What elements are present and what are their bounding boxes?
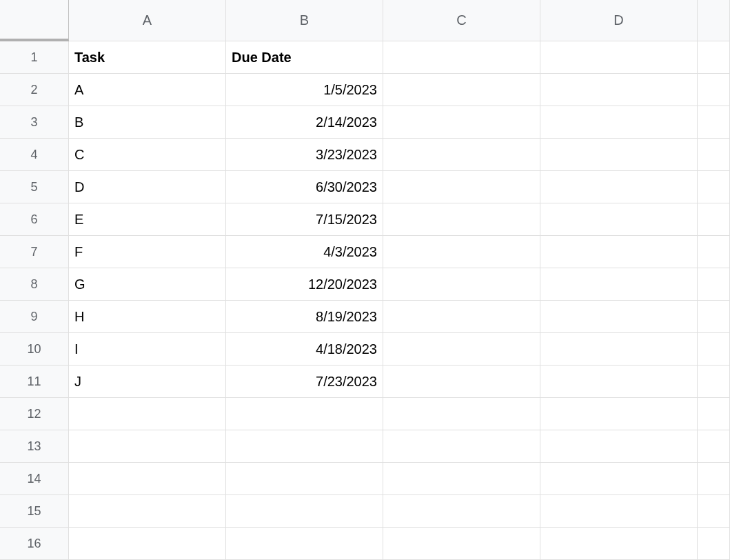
- row-header-10[interactable]: 10: [0, 333, 69, 366]
- column-header-c[interactable]: C: [383, 0, 540, 41]
- cell-d9[interactable]: [540, 301, 698, 333]
- cell-c16[interactable]: [383, 528, 540, 560]
- cell-a14[interactable]: [69, 463, 226, 495]
- cell-b15[interactable]: [226, 495, 383, 528]
- cell-a3[interactable]: B: [69, 106, 226, 139]
- cell-a13[interactable]: [69, 430, 226, 463]
- row-header-13[interactable]: 13: [0, 430, 69, 463]
- cell-c7[interactable]: [383, 236, 540, 268]
- cell-c5[interactable]: [383, 171, 540, 203]
- cell-e9[interactable]: [698, 301, 730, 333]
- cell-e12[interactable]: [698, 398, 730, 430]
- column-header-e[interactable]: [698, 0, 730, 41]
- cell-b1[interactable]: Due Date: [226, 41, 383, 74]
- cell-e5[interactable]: [698, 171, 730, 203]
- row-header-8[interactable]: 8: [0, 268, 69, 301]
- cell-d7[interactable]: [540, 236, 698, 268]
- cell-d2[interactable]: [540, 74, 698, 106]
- cell-a16[interactable]: [69, 528, 226, 560]
- cell-e16[interactable]: [698, 528, 730, 560]
- cell-e13[interactable]: [698, 430, 730, 463]
- select-all-corner[interactable]: [0, 0, 69, 41]
- cell-a7[interactable]: F: [69, 236, 226, 268]
- cell-a9[interactable]: H: [69, 301, 226, 333]
- cell-e14[interactable]: [698, 463, 730, 495]
- row-header-4[interactable]: 4: [0, 139, 69, 171]
- cell-c6[interactable]: [383, 203, 540, 236]
- column-header-b[interactable]: B: [226, 0, 383, 41]
- cell-d5[interactable]: [540, 171, 698, 203]
- cell-e6[interactable]: [698, 203, 730, 236]
- cell-b7[interactable]: 4/3/2023: [226, 236, 383, 268]
- cell-e1[interactable]: [698, 41, 730, 74]
- cell-b5[interactable]: 6/30/2023: [226, 171, 383, 203]
- cell-d16[interactable]: [540, 528, 698, 560]
- cell-d1[interactable]: [540, 41, 698, 74]
- row-header-15[interactable]: 15: [0, 495, 69, 528]
- cell-b4[interactable]: 3/23/2023: [226, 139, 383, 171]
- row-header-2[interactable]: 2: [0, 74, 69, 106]
- cell-e2[interactable]: [698, 74, 730, 106]
- cell-c9[interactable]: [383, 301, 540, 333]
- cell-a1[interactable]: Task: [69, 41, 226, 74]
- cell-e7[interactable]: [698, 236, 730, 268]
- cell-b13[interactable]: [226, 430, 383, 463]
- cell-a11[interactable]: J: [69, 366, 226, 398]
- cell-d8[interactable]: [540, 268, 698, 301]
- cell-e3[interactable]: [698, 106, 730, 139]
- cell-d14[interactable]: [540, 463, 698, 495]
- row-header-11[interactable]: 11: [0, 366, 69, 398]
- row-header-3[interactable]: 3: [0, 106, 69, 139]
- column-header-d[interactable]: D: [540, 0, 698, 41]
- cell-c1[interactable]: [383, 41, 540, 74]
- cell-c4[interactable]: [383, 139, 540, 171]
- cell-d3[interactable]: [540, 106, 698, 139]
- cell-d6[interactable]: [540, 203, 698, 236]
- cell-b11[interactable]: 7/23/2023: [226, 366, 383, 398]
- cell-c15[interactable]: [383, 495, 540, 528]
- cell-e15[interactable]: [698, 495, 730, 528]
- row-header-14[interactable]: 14: [0, 463, 69, 495]
- cell-b8[interactable]: 12/20/2023: [226, 268, 383, 301]
- cell-d11[interactable]: [540, 366, 698, 398]
- row-header-1[interactable]: 1: [0, 41, 69, 74]
- cell-c14[interactable]: [383, 463, 540, 495]
- cell-d15[interactable]: [540, 495, 698, 528]
- cell-c10[interactable]: [383, 333, 540, 366]
- cell-e10[interactable]: [698, 333, 730, 366]
- cell-b6[interactable]: 7/15/2023: [226, 203, 383, 236]
- cell-d10[interactable]: [540, 333, 698, 366]
- row-header-12[interactable]: 12: [0, 398, 69, 430]
- cell-b2[interactable]: 1/5/2023: [226, 74, 383, 106]
- row-header-16[interactable]: 16: [0, 528, 69, 560]
- cell-a10[interactable]: I: [69, 333, 226, 366]
- cell-d13[interactable]: [540, 430, 698, 463]
- cell-b14[interactable]: [226, 463, 383, 495]
- cell-a15[interactable]: [69, 495, 226, 528]
- row-header-9[interactable]: 9: [0, 301, 69, 333]
- cell-e11[interactable]: [698, 366, 730, 398]
- row-header-6[interactable]: 6: [0, 203, 69, 236]
- cell-b9[interactable]: 8/19/2023: [226, 301, 383, 333]
- cell-c12[interactable]: [383, 398, 540, 430]
- cell-c13[interactable]: [383, 430, 540, 463]
- cell-a12[interactable]: [69, 398, 226, 430]
- cell-e4[interactable]: [698, 139, 730, 171]
- cell-a2[interactable]: A: [69, 74, 226, 106]
- cell-b12[interactable]: [226, 398, 383, 430]
- cell-d12[interactable]: [540, 398, 698, 430]
- cell-b16[interactable]: [226, 528, 383, 560]
- cell-a8[interactable]: G: [69, 268, 226, 301]
- row-header-7[interactable]: 7: [0, 236, 69, 268]
- cell-a4[interactable]: C: [69, 139, 226, 171]
- cell-c3[interactable]: [383, 106, 540, 139]
- cell-d4[interactable]: [540, 139, 698, 171]
- cell-b10[interactable]: 4/18/2023: [226, 333, 383, 366]
- row-header-5[interactable]: 5: [0, 171, 69, 203]
- cell-e8[interactable]: [698, 268, 730, 301]
- cell-a5[interactable]: D: [69, 171, 226, 203]
- cell-a6[interactable]: E: [69, 203, 226, 236]
- cell-c2[interactable]: [383, 74, 540, 106]
- cell-c8[interactable]: [383, 268, 540, 301]
- cell-c11[interactable]: [383, 366, 540, 398]
